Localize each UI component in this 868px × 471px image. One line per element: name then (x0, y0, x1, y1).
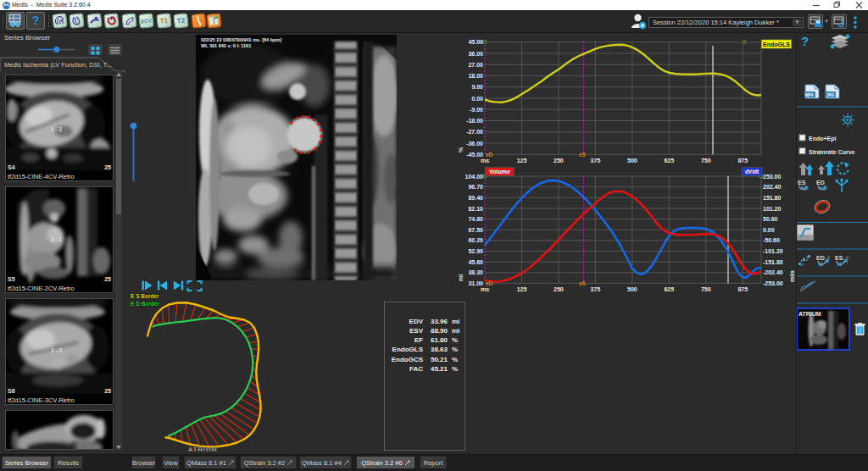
svg-text:-202.40: -202.40 (763, 269, 783, 275)
svg-text:-18.00: -18.00 (466, 118, 483, 124)
svg-text:-50.60: -50.60 (763, 237, 780, 243)
svg-text:202.40: 202.40 (763, 184, 782, 190)
svg-text:875: 875 (737, 158, 748, 163)
svg-text:82.10: 82.10 (468, 206, 483, 212)
svg-text:Medis Ischemia (LV Function, D: Medis Ischemia (LV Function, DSI, T... (4, 61, 112, 69)
svg-text:625: 625 (664, 286, 674, 292)
svg-text:625: 625 (664, 158, 674, 163)
svg-text:25: 25 (104, 276, 111, 282)
svg-text:750: 750 (701, 286, 711, 292)
svg-text:S4: S4 (8, 164, 15, 170)
svg-text:S5: S5 (8, 276, 15, 282)
svg-text:ES: ES (798, 180, 806, 186)
svg-text:ATRIUM: ATRIUM (798, 311, 821, 317)
svg-text:-9.00: -9.00 (470, 107, 483, 113)
svg-text:ms: ms (481, 286, 489, 292)
svg-text:tf2d15-CINE-2CV-Retro: tf2d15-CINE-2CV-Retro (8, 285, 75, 292)
svg-text:89.40: 89.40 (468, 195, 483, 201)
svg-text://: // (827, 255, 830, 260)
svg-text:ml: ml (458, 274, 464, 281)
svg-text:125: 125 (517, 158, 527, 163)
svg-text:50.60: 50.60 (763, 216, 778, 222)
svg-text:750: 750 (701, 158, 711, 163)
svg-text:104.00: 104.00 (465, 174, 484, 180)
svg-text:151.80: 151.80 (763, 195, 782, 201)
svg-text:Strainrate Curve: Strainrate Curve (809, 149, 855, 155)
svg-text:74.80: 74.80 (468, 216, 483, 222)
svg-text:27.00: 27.00 (468, 62, 483, 68)
svg-text:125: 125 (517, 286, 527, 292)
svg-text:JPG: JPG (826, 93, 835, 97)
svg-text:eD: eD (486, 280, 493, 286)
svg-text:45.60: 45.60 (468, 259, 483, 265)
svg-text:9.00: 9.00 (471, 84, 483, 90)
svg-text:96.70: 96.70 (468, 184, 483, 190)
svg-text:ATRIUM: ATRIUM (188, 446, 218, 453)
svg-text:52.90: 52.90 (468, 248, 483, 254)
svg-text:ms: ms (481, 158, 489, 163)
svg-text:MP4: MP4 (805, 93, 814, 97)
svg-text:253.00: 253.00 (763, 174, 782, 180)
svg-text:60.20: 60.20 (468, 237, 483, 243)
svg-text:Endo+Epi: Endo+Epi (809, 136, 837, 142)
svg-text:022/25 22 038/0790/941 ms. [6: 022/25 22 038/0790/941 ms. [64 bpm] (201, 37, 281, 42)
svg-text:250: 250 (554, 158, 564, 163)
svg-text:-27.00: -27.00 (466, 129, 483, 135)
svg-text:ED: ED (816, 180, 825, 186)
svg-text:25: 25 (104, 164, 111, 170)
svg-text:-151.80: -151.80 (763, 259, 783, 265)
svg-text:375: 375 (591, 286, 601, 292)
svg-text:0.00: 0.00 (763, 227, 775, 233)
svg-text:S6: S6 (8, 388, 15, 394)
svg-text:eS: eS (579, 280, 587, 286)
svg-text:tf2d15-CINE-3CV-Retro: tf2d15-CINE-3CV-Retro (8, 396, 75, 404)
svg-text:eD: eD (486, 152, 493, 158)
svg-text:Volume: Volume (489, 169, 510, 175)
svg-text:500: 500 (627, 286, 637, 292)
svg-text:1 - 2: 1 - 2 (51, 126, 62, 132)
svg-text:ES: ES (835, 255, 843, 261)
svg-text:0.00: 0.00 (471, 96, 483, 102)
svg-text:18.00: 18.00 (468, 73, 483, 79)
svg-text://: // (846, 255, 849, 260)
svg-text:375: 375 (591, 158, 601, 163)
svg-text:eS: eS (579, 152, 587, 158)
svg-text:101.20: 101.20 (763, 206, 782, 212)
svg-text:dV/dt: dV/dt (745, 169, 760, 175)
svg-text:36.00: 36.00 (468, 51, 483, 57)
svg-text:500: 500 (627, 158, 637, 163)
svg-text:-253.00: -253.00 (763, 280, 783, 286)
svg-text:25: 25 (104, 388, 111, 394)
svg-text:tf2d15-CINE-4CV-Retro: tf2d15-CINE-4CV-Retro (8, 173, 75, 180)
svg-text:EndoGLS: EndoGLS (763, 42, 790, 47)
svg-text:2 - 1: 2 - 1 (51, 236, 62, 242)
svg-text:ED: ED (816, 255, 825, 261)
svg-text:%: % (458, 147, 464, 152)
svg-text:67.50: 67.50 (468, 227, 483, 233)
svg-text:-36.00: -36.00 (466, 141, 483, 147)
svg-text:45.00: 45.00 (468, 39, 483, 45)
svg-text:WL 391 842 s: 0 I: 1161: WL 391 842 s: 0 I: 1161 (201, 43, 251, 48)
svg-text:38.30: 38.30 (468, 269, 483, 275)
svg-text:2 - 2: 2 - 2 (51, 347, 62, 353)
svg-text:-101.20: -101.20 (763, 248, 783, 254)
svg-text:875: 875 (737, 286, 748, 292)
svg-text:ml/s: ml/s (789, 270, 795, 282)
svg-text:?: ? (801, 34, 809, 48)
svg-text:250: 250 (554, 286, 564, 292)
